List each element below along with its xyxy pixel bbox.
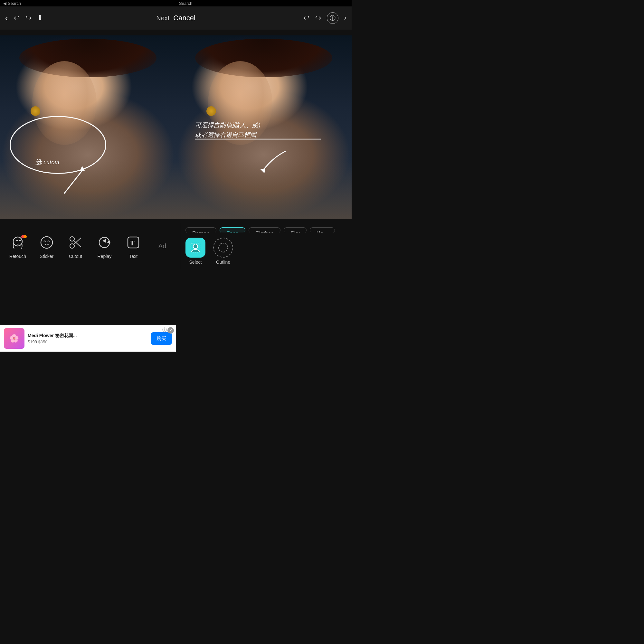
toolbar-right: Person Face Clothes Sky He... Select	[180, 223, 352, 269]
cutout-label: Cutout	[69, 254, 82, 259]
cutout-tool[interactable]: Cutout	[66, 233, 85, 259]
outline-option-label: Outline	[216, 260, 230, 265]
svg-line-12	[74, 241, 81, 247]
forward-button[interactable]: ›	[344, 14, 346, 22]
redo-button[interactable]: ↪	[25, 14, 31, 22]
ad-tool[interactable]: Ad	[153, 237, 172, 255]
ad-title: Medi Flower 祕密花園...	[28, 333, 147, 339]
seg-tab-head[interactable]: He...	[310, 227, 335, 232]
svg-point-7	[13, 237, 22, 246]
left-image-panel[interactable]: 选 cutout	[0, 35, 176, 219]
ad-image: 🌸	[4, 328, 24, 349]
back-button[interactable]: ‹	[5, 13, 8, 23]
select-option[interactable]: Select	[185, 238, 205, 265]
undo-button[interactable]: ↩	[14, 14, 20, 22]
info-button[interactable]: ⓘ	[327, 12, 338, 24]
retouch-tool[interactable]: Retouch	[8, 233, 27, 259]
top-search-bar: ◀ Search Search	[0, 0, 352, 6]
text-icon: T	[124, 233, 143, 252]
retouch-label: Retouch	[9, 254, 26, 259]
search-right[interactable]: Search	[179, 1, 192, 6]
svg-point-21	[219, 243, 228, 252]
ad-content: Medi Flower 祕密花園... $199 $350	[28, 333, 147, 344]
replay-label: Replay	[98, 254, 112, 259]
seg-tab-face[interactable]: Face	[220, 227, 245, 232]
select-option-label: Select	[189, 260, 202, 265]
left-image	[0, 35, 176, 219]
svg-text:T: T	[130, 239, 135, 247]
toolbar-left: Retouch Sticker	[0, 223, 180, 269]
replay-icon	[95, 233, 114, 252]
svg-line-11	[74, 238, 81, 244]
replay-tool[interactable]: Replay	[95, 233, 114, 259]
search-right-text: Search	[179, 1, 192, 6]
seg-tab-person[interactable]: Person	[185, 227, 216, 232]
outline-option-icon	[213, 238, 233, 258]
ad-price: $199 $350	[28, 339, 147, 344]
download-button[interactable]: ⬇	[37, 14, 43, 22]
seg-tab-sky[interactable]: Sky	[284, 227, 306, 232]
select-option-icon	[185, 238, 205, 258]
right-image	[176, 35, 352, 219]
ad-banner: 🌸 Medi Flower 祕密花園... $199 $350 购买 ⓘ ✕	[0, 325, 176, 352]
ad-buy-button[interactable]: 购买	[151, 332, 172, 345]
svg-marker-16	[102, 239, 106, 243]
ad-close-button[interactable]: ✕	[167, 327, 174, 334]
sticker-icon	[37, 233, 56, 252]
sticker-label: Sticker	[40, 254, 53, 259]
ad-price-current: $199	[28, 339, 37, 344]
segmentation-options: Select Outline	[185, 238, 346, 265]
seg-tab-clothes[interactable]: Clothes	[249, 227, 281, 232]
search-back-icon: ◀	[3, 1, 6, 6]
segmentation-tabs: Person Face Clothes Sky He...	[185, 227, 346, 232]
cutout-icon	[66, 233, 85, 252]
toolbar-area: Retouch Sticker	[0, 223, 352, 269]
ad-icon: Ad	[153, 237, 172, 255]
top-navigation-bar: ‹ ↩ ↪ ⬇ Next Cancel ↩ ↪ ⓘ ›	[0, 6, 352, 30]
top-bar-left: ‹ ↩ ↪ ⬇	[5, 13, 43, 23]
ad-info-icon[interactable]: ⓘ	[162, 327, 167, 333]
undo-right-button[interactable]: ↩	[304, 14, 309, 22]
search-left[interactable]: ◀ Search	[3, 1, 21, 6]
top-bar-center: Next Cancel	[156, 14, 195, 22]
next-button[interactable]: Next	[156, 14, 169, 22]
svg-point-8	[41, 237, 52, 248]
svg-point-10	[70, 237, 74, 241]
ad-price-original: $350	[38, 339, 48, 344]
right-image-panel[interactable]: 可選擇自動偵測(人、臉) 或者選擇右邊自己框圖	[176, 35, 352, 219]
svg-marker-15	[107, 240, 110, 243]
sticker-tool[interactable]: Sticker	[37, 233, 56, 259]
redo-right-button[interactable]: ↪	[315, 14, 321, 22]
images-area: 选 cutout 可選擇自動偵測(人、臉) 或者選擇右邊自己框圖	[0, 35, 352, 219]
svg-point-19	[193, 244, 198, 249]
text-tool[interactable]: T Text	[124, 233, 143, 259]
cancel-button[interactable]: Cancel	[173, 14, 195, 22]
outline-option[interactable]: Outline	[213, 238, 233, 265]
top-bar-right: ↩ ↪ ⓘ ›	[304, 12, 346, 24]
text-label: Text	[129, 254, 137, 259]
color-dots	[21, 235, 27, 238]
search-left-text: Search	[8, 1, 21, 6]
